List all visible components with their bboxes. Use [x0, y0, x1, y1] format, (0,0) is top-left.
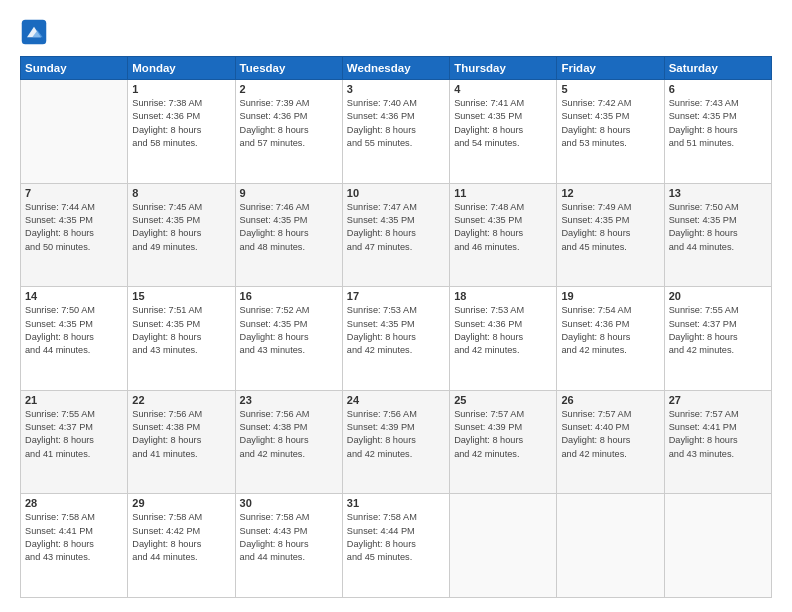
day-number: 10 [347, 187, 445, 199]
day-number: 11 [454, 187, 552, 199]
day-number: 5 [561, 83, 659, 95]
weekday-header-tuesday: Tuesday [235, 57, 342, 80]
day-number: 12 [561, 187, 659, 199]
calendar-cell: 21Sunrise: 7:55 AMSunset: 4:37 PMDayligh… [21, 390, 128, 494]
calendar-cell: 22Sunrise: 7:56 AMSunset: 4:38 PMDayligh… [128, 390, 235, 494]
day-number: 24 [347, 394, 445, 406]
weekday-header-saturday: Saturday [664, 57, 771, 80]
calendar-week-row: 28Sunrise: 7:58 AMSunset: 4:41 PMDayligh… [21, 494, 772, 598]
calendar-cell: 18Sunrise: 7:53 AMSunset: 4:36 PMDayligh… [450, 287, 557, 391]
day-info: Sunrise: 7:58 AMSunset: 4:43 PMDaylight:… [240, 511, 338, 564]
day-info: Sunrise: 7:58 AMSunset: 4:41 PMDaylight:… [25, 511, 123, 564]
day-info: Sunrise: 7:38 AMSunset: 4:36 PMDaylight:… [132, 97, 230, 150]
day-info: Sunrise: 7:48 AMSunset: 4:35 PMDaylight:… [454, 201, 552, 254]
day-info: Sunrise: 7:43 AMSunset: 4:35 PMDaylight:… [669, 97, 767, 150]
calendar-cell: 4Sunrise: 7:41 AMSunset: 4:35 PMDaylight… [450, 80, 557, 184]
calendar-cell: 13Sunrise: 7:50 AMSunset: 4:35 PMDayligh… [664, 183, 771, 287]
day-number: 13 [669, 187, 767, 199]
day-number: 9 [240, 187, 338, 199]
calendar-cell: 28Sunrise: 7:58 AMSunset: 4:41 PMDayligh… [21, 494, 128, 598]
day-number: 3 [347, 83, 445, 95]
day-info: Sunrise: 7:44 AMSunset: 4:35 PMDaylight:… [25, 201, 123, 254]
calendar-cell: 30Sunrise: 7:58 AMSunset: 4:43 PMDayligh… [235, 494, 342, 598]
day-number: 29 [132, 497, 230, 509]
calendar-cell: 3Sunrise: 7:40 AMSunset: 4:36 PMDaylight… [342, 80, 449, 184]
day-info: Sunrise: 7:49 AMSunset: 4:35 PMDaylight:… [561, 201, 659, 254]
calendar-table: SundayMondayTuesdayWednesdayThursdayFrid… [20, 56, 772, 598]
calendar-week-row: 7Sunrise: 7:44 AMSunset: 4:35 PMDaylight… [21, 183, 772, 287]
day-number: 15 [132, 290, 230, 302]
day-number: 28 [25, 497, 123, 509]
logo [20, 18, 52, 46]
day-number: 22 [132, 394, 230, 406]
day-info: Sunrise: 7:58 AMSunset: 4:42 PMDaylight:… [132, 511, 230, 564]
day-info: Sunrise: 7:56 AMSunset: 4:38 PMDaylight:… [240, 408, 338, 461]
day-info: Sunrise: 7:52 AMSunset: 4:35 PMDaylight:… [240, 304, 338, 357]
day-number: 25 [454, 394, 552, 406]
calendar-cell: 12Sunrise: 7:49 AMSunset: 4:35 PMDayligh… [557, 183, 664, 287]
calendar-cell: 5Sunrise: 7:42 AMSunset: 4:35 PMDaylight… [557, 80, 664, 184]
day-number: 2 [240, 83, 338, 95]
calendar-cell: 8Sunrise: 7:45 AMSunset: 4:35 PMDaylight… [128, 183, 235, 287]
calendar-cell: 6Sunrise: 7:43 AMSunset: 4:35 PMDaylight… [664, 80, 771, 184]
day-info: Sunrise: 7:57 AMSunset: 4:39 PMDaylight:… [454, 408, 552, 461]
calendar-cell: 31Sunrise: 7:58 AMSunset: 4:44 PMDayligh… [342, 494, 449, 598]
calendar-cell: 24Sunrise: 7:56 AMSunset: 4:39 PMDayligh… [342, 390, 449, 494]
day-info: Sunrise: 7:45 AMSunset: 4:35 PMDaylight:… [132, 201, 230, 254]
day-number: 17 [347, 290, 445, 302]
day-info: Sunrise: 7:47 AMSunset: 4:35 PMDaylight:… [347, 201, 445, 254]
day-number: 18 [454, 290, 552, 302]
calendar-cell: 25Sunrise: 7:57 AMSunset: 4:39 PMDayligh… [450, 390, 557, 494]
day-number: 26 [561, 394, 659, 406]
day-info: Sunrise: 7:55 AMSunset: 4:37 PMDaylight:… [669, 304, 767, 357]
day-info: Sunrise: 7:41 AMSunset: 4:35 PMDaylight:… [454, 97, 552, 150]
calendar-cell: 20Sunrise: 7:55 AMSunset: 4:37 PMDayligh… [664, 287, 771, 391]
day-number: 1 [132, 83, 230, 95]
calendar-cell: 9Sunrise: 7:46 AMSunset: 4:35 PMDaylight… [235, 183, 342, 287]
day-info: Sunrise: 7:53 AMSunset: 4:35 PMDaylight:… [347, 304, 445, 357]
day-info: Sunrise: 7:53 AMSunset: 4:36 PMDaylight:… [454, 304, 552, 357]
day-info: Sunrise: 7:39 AMSunset: 4:36 PMDaylight:… [240, 97, 338, 150]
calendar-cell: 11Sunrise: 7:48 AMSunset: 4:35 PMDayligh… [450, 183, 557, 287]
day-number: 31 [347, 497, 445, 509]
day-info: Sunrise: 7:57 AMSunset: 4:40 PMDaylight:… [561, 408, 659, 461]
day-info: Sunrise: 7:51 AMSunset: 4:35 PMDaylight:… [132, 304, 230, 357]
calendar-cell: 29Sunrise: 7:58 AMSunset: 4:42 PMDayligh… [128, 494, 235, 598]
calendar-cell: 27Sunrise: 7:57 AMSunset: 4:41 PMDayligh… [664, 390, 771, 494]
calendar-cell: 23Sunrise: 7:56 AMSunset: 4:38 PMDayligh… [235, 390, 342, 494]
weekday-header-wednesday: Wednesday [342, 57, 449, 80]
day-info: Sunrise: 7:57 AMSunset: 4:41 PMDaylight:… [669, 408, 767, 461]
weekday-header-monday: Monday [128, 57, 235, 80]
weekday-header-sunday: Sunday [21, 57, 128, 80]
calendar-cell [21, 80, 128, 184]
calendar-cell [450, 494, 557, 598]
day-number: 23 [240, 394, 338, 406]
day-number: 20 [669, 290, 767, 302]
calendar-cell: 16Sunrise: 7:52 AMSunset: 4:35 PMDayligh… [235, 287, 342, 391]
day-number: 27 [669, 394, 767, 406]
calendar-cell: 2Sunrise: 7:39 AMSunset: 4:36 PMDaylight… [235, 80, 342, 184]
calendar-cell: 10Sunrise: 7:47 AMSunset: 4:35 PMDayligh… [342, 183, 449, 287]
day-info: Sunrise: 7:50 AMSunset: 4:35 PMDaylight:… [25, 304, 123, 357]
calendar-cell: 19Sunrise: 7:54 AMSunset: 4:36 PMDayligh… [557, 287, 664, 391]
calendar-cell [664, 494, 771, 598]
day-number: 21 [25, 394, 123, 406]
calendar-week-row: 1Sunrise: 7:38 AMSunset: 4:36 PMDaylight… [21, 80, 772, 184]
weekday-header-friday: Friday [557, 57, 664, 80]
day-info: Sunrise: 7:58 AMSunset: 4:44 PMDaylight:… [347, 511, 445, 564]
calendar-cell: 26Sunrise: 7:57 AMSunset: 4:40 PMDayligh… [557, 390, 664, 494]
day-info: Sunrise: 7:55 AMSunset: 4:37 PMDaylight:… [25, 408, 123, 461]
calendar-cell: 1Sunrise: 7:38 AMSunset: 4:36 PMDaylight… [128, 80, 235, 184]
day-info: Sunrise: 7:42 AMSunset: 4:35 PMDaylight:… [561, 97, 659, 150]
day-number: 19 [561, 290, 659, 302]
day-number: 6 [669, 83, 767, 95]
day-info: Sunrise: 7:46 AMSunset: 4:35 PMDaylight:… [240, 201, 338, 254]
calendar-cell: 15Sunrise: 7:51 AMSunset: 4:35 PMDayligh… [128, 287, 235, 391]
day-number: 30 [240, 497, 338, 509]
calendar-cell [557, 494, 664, 598]
weekday-header-row: SundayMondayTuesdayWednesdayThursdayFrid… [21, 57, 772, 80]
calendar-cell: 7Sunrise: 7:44 AMSunset: 4:35 PMDaylight… [21, 183, 128, 287]
calendar-week-row: 21Sunrise: 7:55 AMSunset: 4:37 PMDayligh… [21, 390, 772, 494]
day-info: Sunrise: 7:54 AMSunset: 4:36 PMDaylight:… [561, 304, 659, 357]
day-info: Sunrise: 7:50 AMSunset: 4:35 PMDaylight:… [669, 201, 767, 254]
